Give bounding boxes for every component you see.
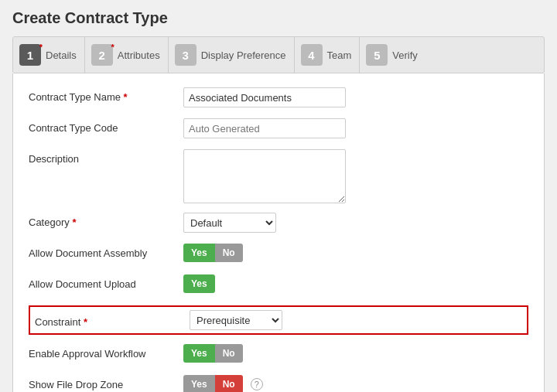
show-file-drop-zone-wrap: Yes No ? bbox=[183, 375, 528, 392]
description-wrap bbox=[183, 149, 528, 203]
show-file-drop-zone-row: Show File Drop Zone Yes No ? bbox=[29, 375, 528, 392]
enable-approval-workflow-no[interactable]: No bbox=[215, 344, 243, 363]
allow-document-upload-label: Allow Document Upload bbox=[29, 274, 183, 290]
allow-document-assembly-yes[interactable]: Yes bbox=[183, 244, 215, 262]
contract-type-name-label: Contract Type Name * bbox=[29, 87, 183, 103]
constraint-row: Constraint * Prerequisite None Dependent bbox=[29, 305, 528, 335]
wizard-steps: 1 * Details 2 * Attributes 3 Display Pre… bbox=[12, 36, 545, 73]
contract-type-code-input[interactable] bbox=[183, 118, 346, 138]
category-label: Category * bbox=[29, 213, 183, 228]
step-5-verify[interactable]: 5 Verify bbox=[360, 37, 425, 73]
description-input[interactable] bbox=[183, 149, 346, 203]
enable-approval-workflow-toggle: Yes No bbox=[183, 344, 243, 363]
step-3-display-preference[interactable]: 3 Display Preference bbox=[169, 37, 295, 73]
page-title: Create Contract Type bbox=[12, 9, 545, 27]
show-file-drop-zone-toggle: Yes No bbox=[183, 375, 243, 392]
show-file-drop-zone-no[interactable]: No bbox=[215, 375, 243, 392]
step-2-label: Attributes bbox=[118, 49, 160, 61]
category-wrap: Default Standard Custom bbox=[183, 213, 528, 233]
allow-document-assembly-row: Allow Document Assembly Yes No bbox=[29, 244, 528, 265]
constraint-select[interactable]: Prerequisite None Dependent bbox=[190, 310, 282, 330]
step-4-number: 4 bbox=[301, 44, 323, 66]
enable-approval-workflow-row: Enable Approval Workflow Yes No bbox=[29, 344, 528, 366]
step-4-label: Team bbox=[327, 49, 352, 61]
step-1-number: 1 * bbox=[19, 44, 41, 66]
step-5-number: 5 bbox=[366, 44, 388, 66]
allow-document-assembly-no[interactable]: No bbox=[215, 244, 243, 262]
contract-type-code-wrap bbox=[183, 118, 528, 138]
allow-document-upload-row: Allow Document Upload Yes bbox=[29, 274, 528, 296]
enable-approval-workflow-yes[interactable]: Yes bbox=[183, 344, 215, 363]
show-file-drop-zone-help-icon[interactable]: ? bbox=[251, 378, 263, 390]
constraint-label: Constraint * bbox=[35, 312, 190, 328]
description-row: Description bbox=[29, 149, 528, 203]
step-5-label: Verify bbox=[392, 49, 418, 61]
show-file-drop-zone-yes[interactable]: Yes bbox=[183, 375, 215, 392]
constraint-wrap: Prerequisite None Dependent bbox=[190, 310, 522, 330]
step-1-details[interactable]: 1 * Details bbox=[13, 37, 85, 73]
step-2-number: 2 * bbox=[91, 44, 113, 66]
enable-approval-workflow-label: Enable Approval Workflow bbox=[29, 344, 183, 360]
allow-document-assembly-toggle: Yes No bbox=[183, 244, 243, 262]
enable-approval-workflow-wrap: Yes No bbox=[183, 344, 528, 363]
allow-document-upload-toggle: Yes bbox=[183, 274, 215, 293]
step-3-label: Display Preference bbox=[201, 49, 286, 61]
contract-type-name-input[interactable] bbox=[183, 87, 346, 107]
category-row: Category * Default Standard Custom bbox=[29, 213, 528, 234]
contract-type-name-row: Contract Type Name * bbox=[29, 87, 528, 109]
step-2-attributes[interactable]: 2 * Attributes bbox=[85, 37, 169, 73]
step-1-label: Details bbox=[46, 49, 77, 61]
contract-type-name-wrap bbox=[183, 87, 528, 107]
allow-document-upload-wrap: Yes bbox=[183, 274, 528, 293]
description-label: Description bbox=[29, 149, 183, 165]
step-3-number: 3 bbox=[175, 44, 196, 66]
contract-type-code-row: Contract Type Code bbox=[29, 118, 528, 140]
show-file-drop-zone-label: Show File Drop Zone bbox=[29, 375, 183, 390]
category-select[interactable]: Default Standard Custom bbox=[183, 213, 276, 233]
step-4-team[interactable]: 4 Team bbox=[295, 37, 361, 73]
form-content: Contract Type Name * Contract Type Code … bbox=[12, 73, 545, 392]
allow-document-upload-yes[interactable]: Yes bbox=[183, 274, 215, 293]
allow-document-assembly-label: Allow Document Assembly bbox=[29, 244, 183, 259]
contract-type-code-label: Contract Type Code bbox=[29, 118, 183, 134]
allow-document-assembly-wrap: Yes No bbox=[183, 244, 528, 262]
